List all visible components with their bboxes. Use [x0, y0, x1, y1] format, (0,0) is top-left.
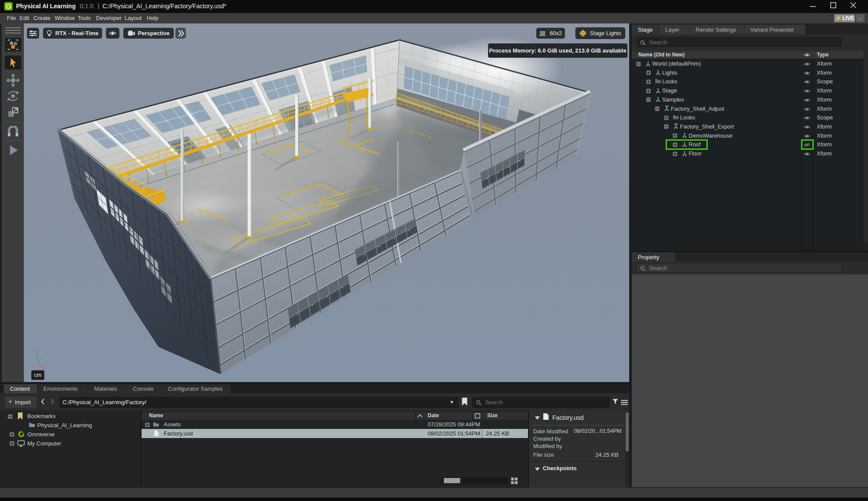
svg-text:Y: Y [45, 356, 48, 361]
svg-text:Z: Z [36, 350, 38, 355]
